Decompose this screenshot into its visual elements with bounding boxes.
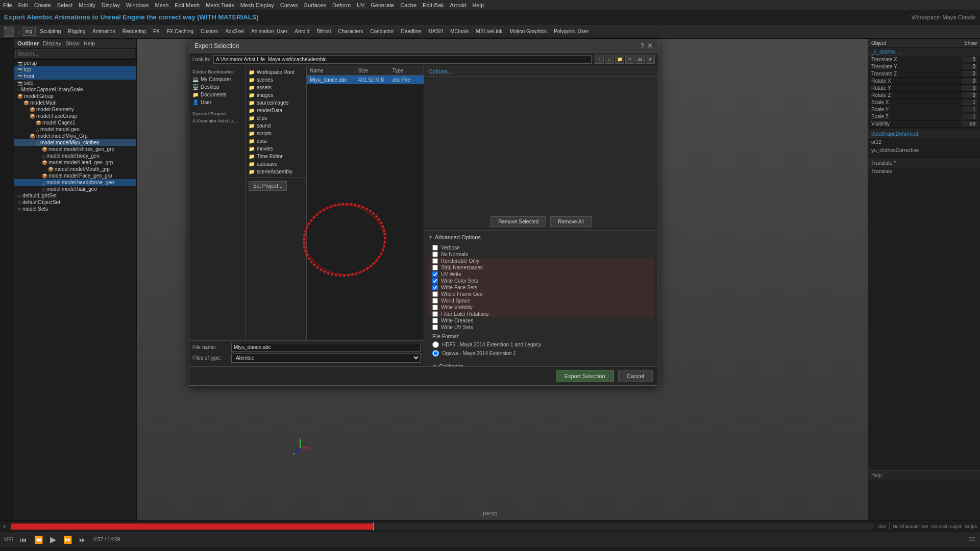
write-uv-sets-label[interactable]: Write UV Sets bbox=[441, 324, 473, 330]
tab-sculpting[interactable]: Sculpting bbox=[37, 28, 64, 35]
project-sound[interactable]: 📁 sound bbox=[246, 122, 306, 130]
tab-rigging[interactable]: Rigging bbox=[65, 28, 88, 35]
project-workspace-root[interactable]: 📁 Workspace Root bbox=[246, 68, 306, 76]
advanced-options-header[interactable]: ▼ Advanced Options bbox=[428, 233, 654, 242]
files-of-type-select[interactable]: Alembic bbox=[231, 353, 421, 363]
write-visibility-label[interactable]: Write Visibility bbox=[441, 305, 473, 310]
tab-mash[interactable]: MASH bbox=[425, 28, 446, 35]
files-col-name[interactable]: Name bbox=[307, 67, 355, 74]
renderable-only-checkbox[interactable] bbox=[432, 258, 438, 264]
color-sets-checkbox[interactable] bbox=[432, 278, 438, 284]
callbacks-header[interactable]: ▼ Callbacks bbox=[432, 362, 650, 367]
menu-arnold[interactable]: Arnold bbox=[450, 2, 467, 8]
menu-mesh-tools[interactable]: Mesh Tools bbox=[206, 2, 234, 8]
project-data[interactable]: 📁 data bbox=[246, 137, 306, 145]
nav-detail-icon[interactable]: ⊞ bbox=[635, 55, 645, 64]
project-scene-assembly[interactable]: 📁 sceneAssembly bbox=[246, 168, 306, 176]
tree-item-16[interactable]: 📦 model:model:Mouth_grp bbox=[14, 166, 136, 172]
tree-item-8[interactable]: 📦 model:FaceGroup bbox=[14, 113, 136, 119]
menu-curves[interactable]: Curves bbox=[280, 2, 298, 8]
tree-item-10[interactable]: △ model:model.geo bbox=[14, 126, 136, 133]
tab-rendering[interactable]: Rendering bbox=[119, 28, 149, 35]
tab-characters[interactable]: Characters bbox=[335, 28, 366, 35]
tree-item-19[interactable]: △ model:model:hair_geo bbox=[14, 186, 136, 192]
outliner-search-input[interactable] bbox=[15, 49, 135, 58]
outliner-menu-show[interactable]: Show bbox=[65, 40, 80, 46]
world-space-label[interactable]: World Space bbox=[441, 298, 470, 304]
play-button[interactable]: ▶ bbox=[48, 534, 58, 545]
options-link[interactable]: Options... bbox=[428, 68, 452, 74]
tab-advskel[interactable]: AdxSkel bbox=[222, 28, 247, 35]
tree-item-13[interactable]: 📦 model:model:shoes_geo_grp bbox=[14, 146, 136, 153]
cancel-button[interactable]: Cancel bbox=[618, 370, 653, 382]
tab-mctools[interactable]: MCtools bbox=[447, 28, 472, 35]
tree-item-21[interactable]: ⊂ defaultObjectSet bbox=[14, 199, 136, 206]
project-movies[interactable]: 📁 movies bbox=[246, 145, 306, 153]
menu-edit-mesh[interactable]: Edit Mesh bbox=[175, 2, 200, 8]
files-col-type[interactable]: Type bbox=[389, 67, 424, 74]
bookmark-documents[interactable]: 📁 Documents bbox=[189, 91, 245, 98]
tab-fx-caching[interactable]: FX Caching bbox=[164, 28, 197, 35]
hdf5-radio[interactable] bbox=[432, 341, 439, 348]
tree-item-22[interactable]: ⊂ model:Sets bbox=[14, 206, 136, 212]
project-scenes[interactable]: 📁 scenes bbox=[246, 76, 306, 84]
nav-up-icon[interactable]: ↑ bbox=[595, 55, 604, 64]
outliner-menu-help[interactable]: Help bbox=[84, 40, 95, 46]
tree-item-12[interactable]: △ model:modelMiyu_clothes bbox=[14, 139, 136, 146]
prev-keyframe-button[interactable]: ⏮ bbox=[18, 535, 29, 545]
tab-motiongraphics[interactable]: Motion Graphics bbox=[506, 28, 550, 35]
tab-polygons-user[interactable]: Polygons_User bbox=[551, 28, 592, 35]
menu-windows[interactable]: Windows bbox=[126, 2, 149, 8]
tree-item-15[interactable]: 📦 model:model:Head_geo_grp bbox=[14, 159, 136, 166]
verbose-label[interactable]: Verbose bbox=[441, 245, 460, 251]
menu-uv[interactable]: UV bbox=[357, 2, 364, 8]
project-scripts[interactable]: 📁 scripts bbox=[246, 130, 306, 137]
no-normals-checkbox[interactable] bbox=[432, 252, 438, 257]
menu-display[interactable]: Display bbox=[102, 2, 120, 8]
channel-box-show-label[interactable]: Show bbox=[964, 40, 977, 46]
tab-animation[interactable]: Animation bbox=[89, 28, 118, 35]
face-sets-label[interactable]: Write Face Sets bbox=[441, 285, 477, 290]
tab-bifrost[interactable]: Bifrost bbox=[313, 28, 334, 35]
project-autosave[interactable]: 📁 autosave bbox=[246, 160, 306, 168]
tree-item-20[interactable]: ⊂ defaultLightSet bbox=[14, 192, 136, 199]
menu-mesh[interactable]: Mesh bbox=[155, 2, 168, 8]
step-forward-button[interactable]: ⏩ bbox=[61, 535, 74, 545]
project-sourceimages[interactable]: 📁 sourceimages bbox=[246, 99, 306, 107]
menu-cache[interactable]: Cache bbox=[400, 2, 416, 8]
nav-new-folder-icon[interactable]: 📁 bbox=[615, 55, 624, 64]
project-renderdata[interactable]: 📁 renderData bbox=[246, 107, 306, 114]
files-col-size[interactable]: Size bbox=[355, 67, 389, 74]
look-in-path-input[interactable] bbox=[213, 55, 592, 64]
renderable-only-label[interactable]: Renderable Only bbox=[441, 258, 479, 264]
set-project-button[interactable]: Set Project... bbox=[249, 181, 287, 191]
project-clips[interactable]: 📁 clips bbox=[246, 114, 306, 122]
no-normals-label[interactable]: No Normals bbox=[441, 252, 468, 257]
verbose-checkbox[interactable] bbox=[432, 245, 438, 251]
next-keyframe-button[interactable]: ⏭ bbox=[77, 535, 88, 545]
dialog-close-icon[interactable]: ✕ bbox=[647, 42, 653, 49]
remove-all-button[interactable]: Remove All bbox=[550, 216, 592, 227]
tree-item-14[interactable]: △ model:model:body_geo bbox=[14, 153, 136, 159]
nav-home-icon[interactable]: ⌂ bbox=[605, 55, 614, 64]
tree-item-6[interactable]: 📦 model:Main bbox=[14, 99, 136, 106]
menu-edit[interactable]: Edit bbox=[18, 2, 28, 8]
nav-list-icon[interactable]: ≡ bbox=[625, 55, 634, 64]
strip-namespaces-label[interactable]: Strip Namespaces bbox=[441, 265, 483, 270]
bookmark-desktop[interactable]: 🖥️ Desktop bbox=[189, 83, 245, 91]
color-sets-label[interactable]: Write Color Sets bbox=[441, 278, 478, 284]
menu-deform[interactable]: Deform bbox=[332, 2, 351, 8]
bookmark-user[interactable]: 👤 User bbox=[189, 98, 245, 106]
tab-deadline[interactable]: Deadline bbox=[398, 28, 424, 35]
write-creases-label[interactable]: Write Creases bbox=[441, 318, 473, 323]
face-sets-checkbox[interactable] bbox=[432, 285, 438, 290]
filter-euler-label[interactable]: Filter Euler Rotations bbox=[441, 311, 488, 317]
menu-edit-bak[interactable]: Edit-Bak bbox=[423, 2, 444, 8]
menu-help[interactable]: Help bbox=[472, 2, 484, 8]
uv-write-checkbox[interactable] bbox=[432, 271, 438, 277]
menu-generate[interactable]: Generate bbox=[371, 2, 394, 8]
menu-mesh-display[interactable]: Mesh Display bbox=[240, 2, 274, 8]
tree-item-17[interactable]: 📦 model:model:Face_geo_grp bbox=[14, 172, 136, 179]
write-uv-sets-checkbox[interactable] bbox=[432, 324, 438, 330]
tab-arnold[interactable]: Arnold bbox=[291, 28, 312, 35]
